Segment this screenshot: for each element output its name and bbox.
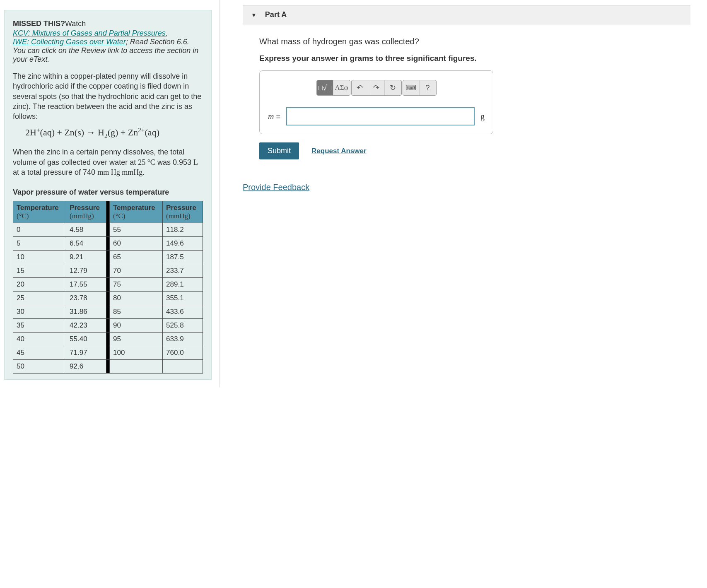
table-divider — [106, 264, 109, 278]
table-cell: 20 — [13, 278, 66, 292]
answer-row: m = g — [268, 107, 485, 125]
table-row: 5092.6 — [13, 360, 203, 374]
table-divider — [106, 223, 109, 237]
undo-icon: ↶ — [357, 83, 363, 92]
keyboard-button[interactable]: ⌨ — [403, 80, 420, 95]
table-cell: 9.21 — [66, 251, 106, 264]
answer-pane: ▼ Part A What mass of hydrogen gas was c… — [220, 0, 707, 387]
table-cell: 525.8 — [163, 319, 203, 333]
table-cell: 30 — [13, 305, 66, 319]
undo-button[interactable]: ↶ — [352, 80, 368, 95]
table-row: 4055.4095633.9 — [13, 333, 203, 346]
table-row: 1512.7970233.7 — [13, 264, 203, 278]
table-cell: 15 — [13, 264, 66, 278]
col-header-temp-1: Temperature (°C) — [13, 201, 66, 223]
col-header-temp-2: Temperature (°C) — [109, 201, 162, 223]
answer-var-label: m = — [268, 112, 280, 121]
col-header-press-1: Pressure (mmHg) — [66, 201, 106, 223]
table-row: 3031.8685433.6 — [13, 305, 203, 319]
part-a-header[interactable]: ▼ Part A — [243, 5, 690, 24]
table-cell: 70 — [109, 264, 162, 278]
table-cell: 118.2 — [163, 223, 203, 237]
table-cell: 92.6 — [66, 360, 106, 374]
table-cell: 760.0 — [163, 346, 203, 360]
table-cell — [163, 360, 203, 374]
answer-input[interactable] — [286, 107, 475, 125]
templates-button[interactable]: □√□ — [317, 80, 333, 95]
table-cell: 95 — [109, 333, 162, 346]
table-divider — [106, 251, 109, 264]
table-cell: 71.97 — [66, 346, 106, 360]
action-row: Submit Request Answer — [259, 142, 690, 159]
question-text: What mass of hydrogen gas was collected? — [259, 37, 690, 46]
answer-unit: g — [480, 112, 485, 121]
table-cell: 90 — [109, 319, 162, 333]
table-divider — [106, 319, 109, 333]
table-cell: 233.7 — [163, 264, 203, 278]
keyboard-icon: ⌨ — [405, 83, 416, 92]
table-divider — [106, 278, 109, 292]
table-cell: 100 — [109, 346, 162, 360]
provide-feedback-link[interactable]: Provide Feedback — [243, 183, 309, 192]
problem-sidebar: MISSED THIS?Watch KCV: Mixtures of Gases… — [0, 0, 220, 387]
table-cell: 85 — [109, 305, 162, 319]
table-cell: 12.79 — [66, 264, 106, 278]
table-cell: 45 — [13, 346, 66, 360]
table-divider — [106, 292, 109, 305]
request-answer-link[interactable]: Request Answer — [311, 147, 367, 155]
table-row: 109.2165187.5 — [13, 251, 203, 264]
vapor-pressure-table: Temperature (°C) Pressure (mmHg) Tempera… — [13, 201, 203, 374]
help-button[interactable]: ? — [420, 80, 436, 95]
answer-entry-block: □√□ ΑΣφ ↶ ↷ ↻ ⌨ ? m = g — [259, 70, 493, 134]
table-row: 4571.97100760.0 — [13, 346, 203, 360]
table-cell: 633.9 — [163, 333, 203, 346]
reset-button[interactable]: ↻ — [385, 80, 401, 95]
problem-intro: The zinc within a copper-plated penny wi… — [13, 71, 203, 121]
table-divider — [106, 237, 109, 251]
table-cell: 42.23 — [66, 319, 106, 333]
table-cell: 17.55 — [66, 278, 106, 292]
collapse-caret-icon: ▼ — [251, 12, 257, 18]
vapor-pressure-title: Vapor pressure of water versus temperatu… — [13, 188, 203, 197]
resource-links-line: KCV: Mixtures of Gases and Partial Press… — [13, 29, 203, 38]
table-cell: 0 — [13, 223, 66, 237]
help-icon: ? — [425, 84, 430, 92]
table-row: 3542.2390525.8 — [13, 319, 203, 333]
problem-info-card: MISSED THIS?Watch KCV: Mixtures of Gases… — [4, 10, 212, 380]
table-cell: 355.1 — [163, 292, 203, 305]
table-cell: 35 — [13, 319, 66, 333]
table-cell: 10 — [13, 251, 66, 264]
col-header-press-2: Pressure (mmHg) — [163, 201, 203, 223]
etext-note: You can click on the Review link to acce… — [13, 46, 203, 64]
table-cell: 40 — [13, 333, 66, 346]
part-a-title: Part A — [265, 10, 287, 19]
table-cell: 23.78 — [66, 292, 106, 305]
table-divider — [106, 201, 109, 223]
redo-icon: ↷ — [373, 83, 379, 92]
question-body: What mass of hydrogen gas was collected?… — [243, 24, 690, 159]
table-cell: 50 — [13, 360, 66, 374]
table-cell: 4.58 — [66, 223, 106, 237]
chemical-equation: 2H+(aq) + Zn(s) → H2(g) + Zn2+(aq) — [25, 126, 203, 140]
table-row: 2017.5575289.1 — [13, 278, 203, 292]
table-cell: 55.40 — [66, 333, 106, 346]
table-divider — [106, 333, 109, 346]
equation-toolbar: □√□ ΑΣφ ↶ ↷ ↻ ⌨ ? — [268, 80, 485, 96]
table-cell: 80 — [109, 292, 162, 305]
watch-text: Watch — [65, 19, 86, 28]
submit-button[interactable]: Submit — [259, 142, 299, 159]
table-cell: 5 — [13, 237, 66, 251]
redo-button[interactable]: ↷ — [368, 80, 385, 95]
greek-letters-button[interactable]: ΑΣφ — [333, 80, 350, 95]
resource-link-iwe[interactable]: IWE: Collecting Gases over Water — [13, 38, 126, 46]
table-cell: 25 — [13, 292, 66, 305]
table-cell: 75 — [109, 278, 162, 292]
table-cell: 31.86 — [66, 305, 106, 319]
resource-link-kcv[interactable]: KCV: Mixtures of Gases and Partial Press… — [13, 29, 166, 37]
table-cell — [109, 360, 162, 374]
reset-icon: ↻ — [390, 83, 396, 92]
table-row: 2523.7880355.1 — [13, 292, 203, 305]
missed-this-label: MISSED THIS? — [13, 19, 65, 28]
problem-conditions: When the zinc in a certain penny dissolv… — [13, 147, 203, 177]
resource-links-line-2: IWE: Collecting Gases over Water; Read S… — [13, 38, 203, 46]
